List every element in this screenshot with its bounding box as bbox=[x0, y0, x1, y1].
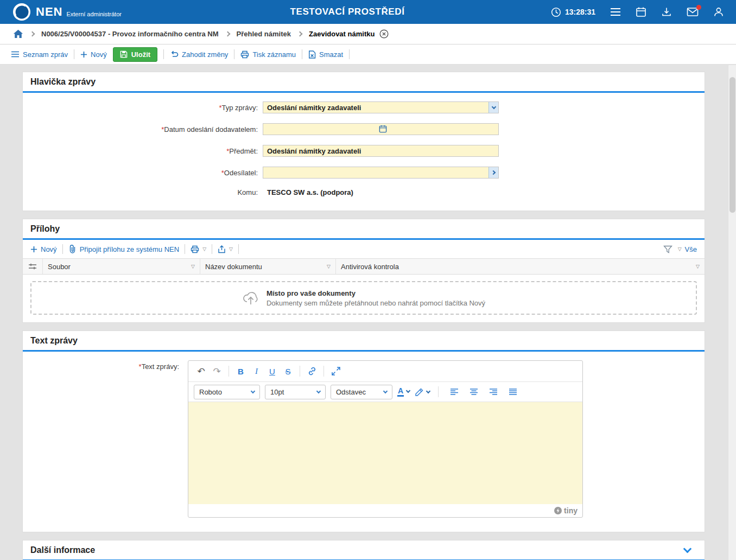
expand-section-button[interactable] bbox=[683, 545, 692, 553]
save-button[interactable]: Uložit bbox=[113, 47, 157, 62]
section-message-header: Hlavička zprávy *Typ zprávy: Odeslání ná… bbox=[22, 72, 705, 211]
view-filter-select[interactable]: ▽ Vše bbox=[678, 245, 697, 253]
divider bbox=[438, 386, 439, 397]
align-right-button[interactable] bbox=[486, 385, 500, 399]
print-record-button[interactable]: Tisk záznamu bbox=[240, 50, 296, 59]
section-title-attachments: Přílohy bbox=[23, 219, 705, 240]
section-title-message-text: Text zprávy bbox=[23, 331, 705, 352]
block-format-value: Odstavec bbox=[336, 388, 366, 396]
clear-filter-button[interactable] bbox=[663, 245, 672, 253]
message-text-row: *Text zprávy: ↶ ↷ B I U S bbox=[23, 352, 705, 532]
sender-lookup-button[interactable] bbox=[488, 167, 498, 178]
scrollbar-thumb[interactable] bbox=[729, 77, 735, 213]
chevron-right-icon bbox=[297, 31, 303, 37]
column-header-antivirus[interactable]: Antivirová kontrola ▽ bbox=[336, 259, 705, 274]
discard-changes-button[interactable]: Zahodit změny bbox=[170, 50, 228, 59]
attachment-export-button[interactable]: ▽ bbox=[218, 245, 233, 253]
divider bbox=[349, 49, 350, 59]
plus-icon bbox=[80, 51, 87, 58]
column-filter-icon[interactable]: ▽ bbox=[696, 264, 700, 269]
editor-toolbar-row2: Roboto 10pt Odstavec A bbox=[188, 382, 582, 402]
save-icon bbox=[120, 50, 128, 58]
calendar-icon bbox=[379, 125, 387, 133]
section-title-text: Přílohy bbox=[30, 224, 60, 234]
discard-changes-label: Zahodit změny bbox=[182, 50, 228, 59]
home-button[interactable] bbox=[13, 29, 23, 39]
filter-funnel-icon bbox=[663, 245, 672, 253]
highlight-color-button[interactable] bbox=[415, 387, 430, 397]
breadcrumb-item-procurement[interactable]: N006/25/V00004537 - Provoz informačního … bbox=[41, 30, 219, 38]
block-format-select[interactable]: Odstavec bbox=[331, 385, 392, 399]
column-filter-icon[interactable]: ▽ bbox=[191, 264, 195, 269]
breadcrumb-item-objections-list[interactable]: Přehled námitek bbox=[237, 30, 291, 38]
text-color-button[interactable]: A bbox=[397, 387, 410, 397]
divider bbox=[62, 244, 63, 254]
attachment-new-button[interactable]: Nový bbox=[30, 245, 57, 253]
font-size-select[interactable]: 10pt bbox=[265, 385, 326, 399]
export-icon bbox=[218, 245, 226, 253]
attach-from-nen-button[interactable]: Připojit přílohu ze systému NEN bbox=[68, 245, 180, 253]
align-center-button[interactable] bbox=[466, 385, 481, 399]
attachments-dropzone[interactable]: Místo pro vaše dokumenty Dokumenty sem m… bbox=[30, 281, 697, 315]
downloads-button[interactable] bbox=[661, 7, 672, 17]
align-right-icon bbox=[489, 388, 498, 396]
clock-icon bbox=[551, 7, 561, 17]
session-timer: 13:28:31 bbox=[551, 7, 595, 17]
column-header-file[interactable]: Soubor ▽ bbox=[43, 259, 200, 274]
message-type-dropdown-button[interactable] bbox=[488, 102, 498, 113]
align-justify-button[interactable] bbox=[505, 385, 520, 399]
messages-button[interactable] bbox=[687, 7, 699, 17]
redo-button[interactable]: ↷ bbox=[210, 364, 224, 379]
align-left-button[interactable] bbox=[447, 385, 461, 399]
message-list-button[interactable]: Seznam zpráv bbox=[11, 50, 68, 59]
column-filter-icon[interactable]: ▽ bbox=[327, 264, 331, 269]
undo-button[interactable]: ↶ bbox=[194, 364, 208, 379]
font-family-select[interactable]: Roboto bbox=[194, 385, 260, 399]
new-record-button[interactable]: Nový bbox=[80, 50, 107, 59]
divider bbox=[302, 49, 302, 59]
dropdown-triangle-icon: ▽ bbox=[229, 247, 233, 252]
calendar-button[interactable] bbox=[636, 7, 646, 17]
main-menu-button[interactable] bbox=[610, 8, 621, 16]
editor-content-area[interactable] bbox=[188, 402, 582, 504]
divider bbox=[234, 49, 234, 59]
calendar-icon bbox=[636, 7, 646, 17]
section-title-more-info: Další informace bbox=[23, 540, 705, 560]
text-color-icon: A bbox=[397, 387, 404, 397]
topbar: NEN Externí administrátor TESTOVACÍ PROS… bbox=[0, 0, 736, 24]
plus-icon bbox=[30, 246, 37, 253]
column-chooser-button[interactable] bbox=[23, 259, 43, 274]
dropzone-subtitle: Dokumenty sem můžete přetáhnout nebo nah… bbox=[267, 299, 485, 307]
insert-link-button[interactable] bbox=[304, 364, 319, 379]
date-picker-button[interactable] bbox=[379, 125, 387, 133]
close-tab-button[interactable] bbox=[379, 29, 389, 39]
fullscreen-button[interactable] bbox=[328, 364, 343, 379]
dropzone-text: Místo pro vaše dokumenty Dokumenty sem m… bbox=[267, 289, 485, 307]
rich-text-editor: ↶ ↷ B I U S bbox=[188, 360, 583, 518]
divider bbox=[229, 366, 229, 377]
profile-button[interactable] bbox=[713, 7, 724, 17]
delete-button[interactable]: Smazat bbox=[308, 50, 343, 59]
bold-button[interactable]: B bbox=[233, 364, 248, 379]
vertical-scrollbar[interactable] bbox=[728, 65, 736, 560]
attachment-print-button[interactable]: ▽ bbox=[191, 245, 206, 253]
section-attachments: Přílohy Nový Připojit přílohu ze systému… bbox=[22, 219, 705, 323]
message-type-label: *Typ zprávy: bbox=[23, 104, 263, 112]
section-title-text: Další informace bbox=[30, 545, 95, 555]
form-row-sent-date: *Datum odeslání dodavatelem: bbox=[23, 123, 705, 135]
upload-cloud-icon bbox=[242, 290, 259, 306]
fullscreen-icon bbox=[331, 366, 341, 376]
user-icon bbox=[713, 7, 724, 17]
section-title-message-header: Hlavička zprávy bbox=[23, 72, 705, 93]
delete-icon bbox=[308, 50, 316, 59]
subject-input[interactable]: Odeslání námitky zadavateli bbox=[263, 145, 499, 157]
app-window: NEN Externí administrátor TESTOVACÍ PROS… bbox=[0, 0, 736, 560]
strikethrough-button[interactable]: S bbox=[281, 364, 295, 379]
nen-home-link[interactable]: NEN Externí administrátor bbox=[12, 2, 122, 22]
italic-button[interactable]: I bbox=[249, 364, 264, 379]
column-header-document-name[interactable]: Název dokumentu ▽ bbox=[200, 259, 336, 274]
message-type-select[interactable]: Odeslání námitky zadavateli bbox=[263, 101, 499, 113]
align-left-icon bbox=[450, 388, 459, 396]
underline-button[interactable]: U bbox=[265, 364, 280, 379]
sender-input[interactable] bbox=[263, 167, 499, 179]
